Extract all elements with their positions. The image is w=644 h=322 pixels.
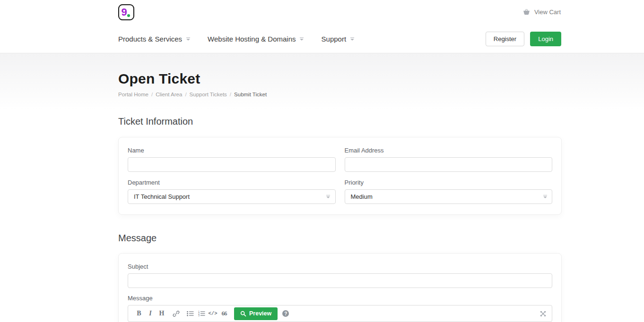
department-field: Department IT Technical Support — [128, 179, 336, 204]
nav-item-label: Products & Services — [118, 35, 182, 43]
site-header: 9 View Cart Products & Services Website … — [0, 0, 644, 53]
italic-button[interactable]: I — [145, 308, 156, 319]
subject-label: Subject — [128, 263, 552, 270]
name-input[interactable] — [128, 157, 336, 172]
expand-icon — [540, 311, 546, 317]
subject-field: Subject — [128, 263, 552, 288]
name-label: Name — [128, 147, 336, 154]
view-cart-link[interactable]: View Cart — [522, 8, 561, 16]
ordered-list-button[interactable]: 1 2 3 — [196, 308, 207, 319]
heading-button[interactable]: H — [157, 308, 167, 319]
department-selected-value: IT Technical Support — [134, 193, 190, 200]
chevron-down-icon — [186, 37, 190, 41]
help-button[interactable]: ? — [282, 310, 289, 317]
auth-buttons: Register Login — [486, 32, 561, 46]
department-select[interactable]: IT Technical Support — [128, 189, 336, 204]
fullscreen-button[interactable] — [540, 311, 546, 317]
chevron-down-icon — [300, 37, 304, 41]
search-icon — [240, 311, 246, 317]
breadcrumb-client-area[interactable]: Client Area — [156, 92, 182, 97]
message-heading: Message — [118, 233, 562, 244]
logo-dot — [127, 14, 130, 17]
page-title: Open Ticket — [118, 71, 562, 87]
bold-button[interactable]: B — [134, 308, 144, 319]
breadcrumb-support-tickets[interactable]: Support Tickets — [190, 92, 227, 97]
cart-icon — [522, 8, 531, 16]
link-button[interactable] — [171, 308, 181, 319]
breadcrumb-separator: / — [230, 92, 231, 97]
main-nav: Products & Services Website Hosting & Do… — [118, 35, 354, 43]
logo-digit: 9 — [121, 7, 127, 17]
ticket-information-card: Name Email Address Department IT Technic… — [118, 137, 562, 215]
nav-item-label: Website Hosting & Domains — [208, 35, 296, 43]
login-button[interactable]: Login — [530, 32, 561, 46]
view-cart-label: View Cart — [534, 8, 561, 16]
breadcrumb-separator: / — [151, 92, 153, 97]
preview-button[interactable]: Preview — [234, 307, 278, 320]
preview-button-label: Preview — [249, 310, 271, 317]
chevron-down-icon — [543, 195, 547, 199]
nav-item-label: Support — [322, 35, 347, 43]
svg-text:3: 3 — [198, 314, 200, 317]
priority-selected-value: Medium — [351, 193, 373, 200]
email-input[interactable] — [345, 157, 553, 172]
name-field: Name — [128, 147, 336, 172]
quote-button[interactable]: 66 — [219, 308, 229, 319]
message-label: Message — [128, 295, 552, 302]
ticket-information-heading: Ticket Information — [118, 116, 562, 127]
unordered-list-icon — [187, 310, 194, 317]
breadcrumb-portal-home[interactable]: Portal Home — [118, 92, 148, 97]
priority-field: Priority Medium — [345, 179, 553, 204]
nav-item-products-services[interactable]: Products & Services — [118, 35, 190, 43]
nav-item-support[interactable]: Support — [322, 35, 355, 43]
nav-item-hosting-domains[interactable]: Website Hosting & Domains — [208, 35, 304, 43]
email-label: Email Address — [345, 147, 553, 154]
register-button[interactable]: Register — [486, 32, 524, 46]
chevron-down-icon — [326, 195, 331, 199]
breadcrumb-separator: / — [185, 92, 186, 97]
subject-input[interactable] — [128, 273, 552, 288]
chevron-down-icon — [350, 37, 354, 41]
editor-toolbar: B I H — [128, 305, 552, 322]
main-content: Open Ticket Portal Home / Client Area / … — [118, 71, 562, 322]
email-field: Email Address — [345, 147, 553, 172]
priority-select[interactable]: Medium — [345, 189, 553, 204]
message-field: Message B I H — [128, 295, 552, 322]
breadcrumb-current: Submit Ticket — [234, 92, 267, 97]
link-icon — [173, 310, 180, 317]
ordered-list-icon: 1 2 3 — [198, 310, 205, 317]
unordered-list-button[interactable] — [185, 308, 195, 319]
breadcrumb: Portal Home / Client Area / Support Tick… — [118, 92, 562, 97]
site-logo[interactable]: 9 — [118, 4, 134, 20]
code-button[interactable]: </> — [208, 308, 218, 319]
department-label: Department — [128, 179, 336, 186]
priority-label: Priority — [345, 179, 553, 186]
message-card: Subject Message B I H — [118, 253, 562, 322]
